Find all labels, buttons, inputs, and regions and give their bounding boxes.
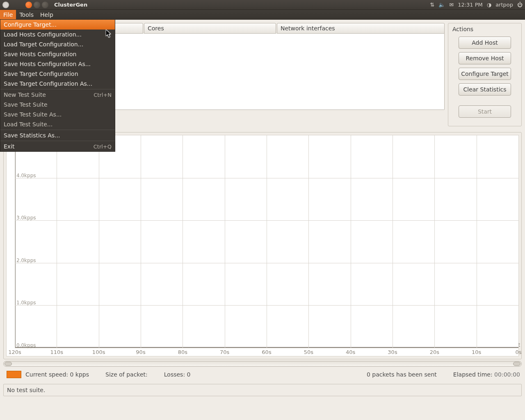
chart-panel: t 120s110s100s90s80s70s60s50s40s30s20s10…: [3, 132, 522, 359]
losses: Losses: 0: [164, 371, 191, 378]
chart-gridline-v: [57, 135, 57, 348]
system-top-panel: ClusterGen ⇅ 🔈 ✉ 12:31 PM ◑ artpop ⏻: [0, 0, 525, 10]
menu-save-target-config[interactable]: Save Target Configuration: [0, 69, 115, 79]
menu-save-test-suite-as[interactable]: Save Test Suite As...: [0, 110, 115, 119]
clear-statistics-button[interactable]: Clear Statistics: [459, 83, 511, 96]
chart-gridline-v: [518, 135, 519, 348]
chart-x-tick: 40s: [346, 349, 355, 355]
menu-save-target-config-as[interactable]: Save Target Configuration As...: [0, 79, 115, 89]
system-tray: ⇅ 🔈 ✉ 12:31 PM ◑ artpop ⏻: [430, 2, 523, 8]
svg-marker-0: [106, 30, 111, 37]
chart-y-tick: 4.0kpps: [16, 173, 36, 178]
current-speed: Current speed: 0 kpps: [25, 371, 89, 378]
scrollbar-handle-right[interactable]: [513, 362, 520, 366]
menu-separator: [0, 130, 115, 130]
column-header-network-interfaces[interactable]: Network interfaces: [277, 23, 445, 34]
chart-range-scrollbar[interactable]: [3, 361, 522, 367]
chart-x-tick: 80s: [178, 349, 187, 355]
chart-x-tick: 60s: [262, 349, 271, 355]
menu-save-hosts-config[interactable]: Save Hosts Configuration: [0, 49, 115, 59]
elapsed-time: Elapsed time: 00:00:00: [453, 371, 520, 378]
chart-gridline-v: [477, 135, 477, 348]
chart-gridline-v: [183, 135, 183, 348]
menu-tools[interactable]: Tools: [16, 10, 37, 19]
chart-y-tick: 1.0kpps: [16, 300, 36, 306]
menu-load-hosts-config[interactable]: Load Hosts Configuration...: [0, 30, 115, 39]
volume-icon[interactable]: 🔈: [438, 2, 445, 8]
chart-x-tick: 50s: [304, 349, 313, 355]
chart-y-tick: 3.0kpps: [16, 215, 36, 221]
mail-icon[interactable]: ✉: [449, 2, 454, 8]
chart-gridline-v: [434, 135, 435, 348]
menu-exit[interactable]: ExitCtrl+Q: [0, 142, 115, 151]
status-text: No test suite.: [7, 387, 45, 393]
status-bar: No test suite.: [3, 384, 522, 396]
chart-gridline-h: [15, 263, 518, 263]
menu-help[interactable]: Help: [37, 10, 57, 19]
user-menu-icon[interactable]: ◑: [487, 2, 491, 8]
menu-save-statistics-as[interactable]: Save Statistics As...: [0, 130, 115, 140]
chart-gridline-h: [15, 305, 518, 306]
window-minimize-button[interactable]: [34, 2, 40, 8]
chart-x-tick: 20s: [430, 349, 439, 355]
chart-x-tick: 90s: [136, 349, 145, 355]
actions-panel: Actions Add Host Remove Host Configure T…: [448, 23, 522, 126]
menu-load-test-suite[interactable]: Load Test Suite...: [0, 119, 115, 129]
add-host-button[interactable]: Add Host: [459, 37, 511, 49]
speed-chart: t 120s110s100s90s80s70s60s50s40s30s20s10…: [6, 135, 519, 356]
menu-save-test-suite[interactable]: Save Test Suite: [0, 100, 115, 110]
app-title: ClusterGen: [54, 2, 87, 8]
chart-x-tick: 0s: [515, 349, 521, 355]
chart-x-tick: 120s: [8, 349, 21, 355]
packet-size: Size of packet:: [105, 371, 148, 378]
menu-separator: [0, 141, 115, 141]
start-button[interactable]: Start: [459, 105, 511, 118]
chart-x-tick: 110s: [50, 349, 64, 355]
window-controls: [25, 2, 48, 8]
chart-gridline-v: [141, 135, 141, 348]
chart-x-tick: 30s: [388, 349, 397, 355]
power-icon[interactable]: ⏻: [517, 2, 523, 8]
ubuntu-logo-icon[interactable]: [2, 2, 9, 8]
menu-separator: [0, 89, 115, 89]
menu-new-test-suite[interactable]: New Test SuiteCtrl+N: [0, 90, 115, 100]
chart-y-tick: 0.0kpps: [16, 342, 36, 348]
chart-x-tick: 70s: [220, 349, 229, 355]
clock[interactable]: 12:31 PM: [458, 2, 483, 8]
menu-bar: File Tools Help: [0, 10, 525, 20]
chart-gridline-v: [225, 135, 225, 348]
menu-configure-target[interactable]: Configure Target...: [0, 20, 115, 30]
menu-load-target-config[interactable]: Load Target Configuration...: [0, 39, 115, 49]
configure-target-button[interactable]: Configure Target: [459, 68, 511, 80]
window-maximize-button[interactable]: [42, 2, 48, 8]
remove-host-button[interactable]: Remove Host: [459, 52, 511, 64]
menu-save-hosts-config-as[interactable]: Save Hosts Configuration As...: [0, 59, 115, 69]
username[interactable]: artpop: [495, 2, 513, 8]
chart-gridline-h: [15, 220, 518, 221]
menu-file[interactable]: File: [0, 10, 16, 19]
actions-title: Actions: [452, 26, 518, 32]
chart-y-tick: 2.0kpps: [16, 258, 36, 263]
chart-x-tick: 10s: [472, 349, 481, 355]
network-icon[interactable]: ⇅: [430, 2, 434, 8]
chart-gridline-v: [308, 135, 309, 348]
chart-gridline-v: [15, 135, 15, 348]
stats-row: Current speed: 0 kpps Size of packet: Lo…: [0, 367, 525, 381]
chart-gridline-h: [15, 348, 518, 348]
chart-gridline-v: [351, 135, 351, 348]
scrollbar-handle-left[interactable]: [5, 362, 12, 366]
chart-x-tick: 100s: [92, 349, 105, 355]
chart-gridline-v: [99, 135, 99, 348]
chart-gridline-h: [15, 178, 518, 178]
speed-color-swatch: [7, 371, 21, 378]
packets-sent: 0 packets has been sent: [367, 371, 437, 378]
window-close-button[interactable]: [25, 2, 32, 8]
chart-gridline-v: [267, 135, 267, 348]
column-header-cores[interactable]: Cores: [144, 23, 276, 34]
file-menu-dropdown: Configure Target... Load Hosts Configura…: [0, 20, 115, 152]
chart-gridline-v: [393, 135, 393, 348]
